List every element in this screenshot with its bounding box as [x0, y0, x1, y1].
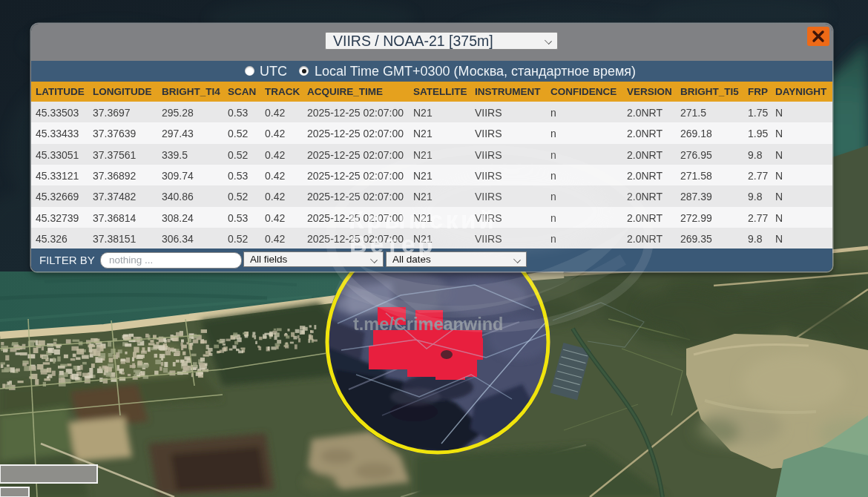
- svg-text:t.me/Crimeanwind: t.me/Crimeanwind: [353, 315, 503, 334]
